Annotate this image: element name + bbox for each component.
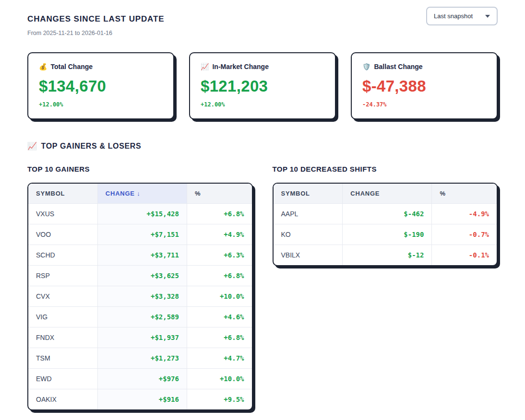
percent-cell: +6.8% (187, 266, 251, 286)
symbol-cell: TSM (28, 348, 97, 369)
card-value: $-47,388 (362, 77, 486, 95)
symbol-cell: FNDX (28, 327, 97, 348)
percent-cell: +4.9% (187, 224, 251, 245)
card-label-text: In-Market Change (212, 63, 268, 70)
percent-cell: -0.1% (432, 245, 497, 266)
percent-cell: +6.8% (187, 327, 251, 348)
table-row: RSP +$3,625 +6.8% (28, 266, 252, 286)
money-bag-icon: 💰 (39, 63, 47, 70)
gainers-panel: TOP 10 GAINERS SYMBOL CHANGE ↓ % VXUS +$… (27, 165, 253, 410)
symbol-cell: VIG (28, 307, 97, 327)
chart-up-icon: 📈 (201, 63, 209, 70)
change-cell: +$3,711 (97, 245, 187, 266)
symbol-cell: VBILX (274, 245, 343, 266)
summary-cards: 💰 Total Change $134,670 +12.00% 📈 In-Mar… (27, 52, 498, 119)
gainers-title: TOP 10 GAINERS (27, 165, 253, 173)
change-cell: $-462 (343, 204, 432, 224)
change-cell: +$2,589 (97, 307, 187, 327)
symbol-cell: KO (274, 224, 343, 245)
card-value: $134,670 (39, 77, 163, 95)
change-cell: +$7,151 (97, 224, 187, 245)
page-title: CHANGES SINCE LAST UPDATE (27, 9, 164, 24)
total-change-card: 💰 Total Change $134,670 +12.00% (27, 52, 174, 119)
column-header-percent[interactable]: % (187, 184, 251, 204)
page-header: CHANGES SINCE LAST UPDATE Last snapshot (27, 7, 498, 25)
percent-cell: +6.3% (187, 245, 251, 266)
symbol-cell: AAPL (274, 204, 343, 224)
card-label: 💰 Total Change (39, 63, 163, 70)
column-header-change-sorted[interactable]: CHANGE ↓ (97, 184, 187, 204)
symbol-cell: VXUS (28, 204, 97, 224)
snapshot-dropdown-value: Last snapshot (434, 12, 473, 20)
ballast-change-card: 🛡️ Ballast Change $-47,388 -24.37% (351, 52, 498, 119)
symbol-cell: EWD (28, 369, 97, 389)
symbol-cell: OAKIX (28, 389, 97, 410)
card-label: 📈 In-Market Change (201, 63, 324, 70)
percent-cell: -4.9% (432, 204, 497, 224)
change-cell: +$3,328 (97, 286, 187, 307)
gainers-table: SYMBOL CHANGE ↓ % VXUS +$15,428 +6.8% VO… (28, 184, 252, 409)
section-title-text: TOP GAINERS & LOSERS (41, 142, 142, 151)
column-header-percent[interactable]: % (432, 184, 497, 204)
percent-cell: +4.7% (187, 348, 251, 369)
symbol-cell: RSP (28, 266, 97, 286)
symbol-cell: SCHD (28, 245, 97, 266)
card-label-text: Ballast Change (374, 63, 422, 70)
chart-up-icon: 📈 (27, 141, 37, 151)
chevron-down-icon (485, 15, 490, 18)
card-delta: +12.00% (201, 101, 324, 108)
date-range-subtitle: From 2025-11-21 to 2026-01-16 (27, 30, 498, 36)
table-row: TSM +$1,273 +4.7% (28, 348, 252, 369)
card-delta: +12.00% (39, 101, 163, 108)
change-cell: +$916 (97, 389, 187, 410)
table-row: KO $-190 -0.7% (274, 224, 497, 245)
table-row: SCHD +$3,711 +6.3% (28, 245, 252, 266)
table-row: AAPL $-462 -4.9% (274, 204, 497, 224)
losers-title: TOP 10 DECREASED SHIFTS (273, 165, 498, 173)
percent-cell: +4.6% (187, 307, 251, 327)
table-row: EWD +$976 +10.0% (28, 369, 252, 389)
column-header-change[interactable]: CHANGE (343, 184, 432, 204)
column-header-symbol[interactable]: SYMBOL (274, 184, 343, 204)
change-cell: $-12 (343, 245, 432, 266)
losers-table-frame: SYMBOL CHANGE % AAPL $-462 -4.9% KO (273, 183, 498, 266)
percent-cell: -0.7% (432, 224, 497, 245)
table-row: CVX +$3,328 +10.0% (28, 286, 252, 307)
table-row: VIG +$2,589 +4.6% (28, 307, 252, 327)
change-cell: +$1,937 (97, 327, 187, 348)
percent-cell: +9.5% (187, 389, 251, 410)
card-label-text: Total Change (50, 63, 93, 70)
table-row: VXUS +$15,428 +6.8% (28, 204, 252, 224)
card-label: 🛡️ Ballast Change (362, 63, 486, 70)
table-row: VBILX $-12 -0.1% (274, 245, 497, 266)
change-cell: +$1,273 (97, 348, 187, 369)
losers-table: SYMBOL CHANGE % AAPL $-462 -4.9% KO (274, 184, 497, 265)
losers-panel: TOP 10 DECREASED SHIFTS SYMBOL CHANGE % … (273, 165, 498, 266)
table-header-row: SYMBOL CHANGE ↓ % (28, 184, 252, 204)
gainers-table-frame: SYMBOL CHANGE ↓ % VXUS +$15,428 +6.8% VO… (27, 183, 253, 410)
change-cell: $-190 (343, 224, 432, 245)
table-row: FNDX +$1,937 +6.8% (28, 327, 252, 348)
tables-row: TOP 10 GAINERS SYMBOL CHANGE ↓ % VXUS +$… (27, 165, 498, 410)
gainers-losers-section-title: 📈 TOP GAINERS & LOSERS (27, 141, 498, 151)
change-cell: +$15,428 (97, 204, 187, 224)
symbol-cell: CVX (28, 286, 97, 307)
card-value: $121,203 (201, 77, 324, 95)
table-header-row: SYMBOL CHANGE % (274, 184, 497, 204)
changes-page: CHANGES SINCE LAST UPDATE Last snapshot … (0, 0, 525, 420)
change-cell: +$976 (97, 369, 187, 389)
change-cell: +$3,625 (97, 266, 187, 286)
snapshot-dropdown[interactable]: Last snapshot (426, 7, 498, 25)
percent-cell: +10.0% (187, 369, 251, 389)
percent-cell: +10.0% (187, 286, 251, 307)
symbol-cell: VOO (28, 224, 97, 245)
shield-icon: 🛡️ (362, 63, 370, 70)
column-header-symbol[interactable]: SYMBOL (28, 184, 97, 204)
card-delta: -24.37% (362, 101, 486, 108)
percent-cell: +6.8% (187, 204, 251, 224)
in-market-change-card: 📈 In-Market Change $121,203 +12.00% (189, 52, 336, 119)
table-row: VOO +$7,151 +4.9% (28, 224, 252, 245)
table-row: OAKIX +$916 +9.5% (28, 389, 252, 410)
